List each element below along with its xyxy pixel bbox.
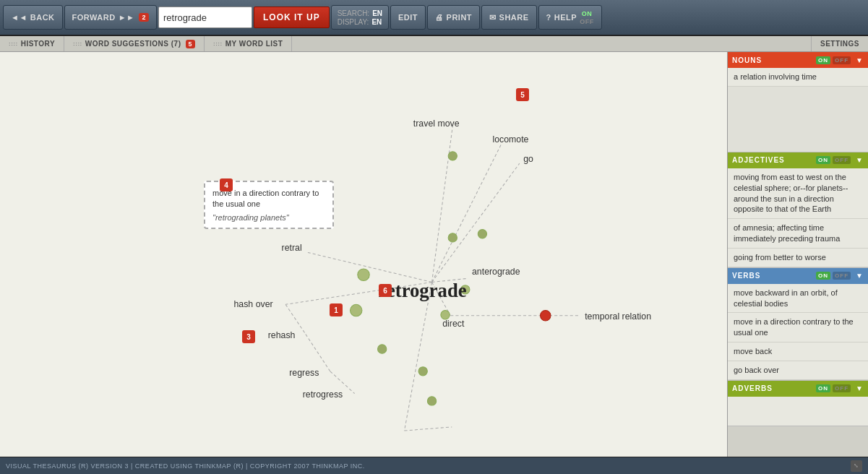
adjectives-toggle[interactable]: ON OFF ▼ — [816, 156, 864, 164]
main-area: travel move locomote go anterograde dire… — [0, 52, 868, 457]
node-retrogress[interactable]: retrogress — [303, 389, 343, 400]
adjectives-section: ADJECTIVES ON OFF ▼ moving from east to … — [728, 152, 868, 268]
edit-label: EDIT — [398, 13, 418, 22]
svg-point-15 — [448, 233, 457, 242]
print-button[interactable]: 🖨 PRINT — [427, 5, 480, 30]
nouns-off[interactable]: OFF — [833, 56, 851, 64]
help-label: HELP — [554, 13, 577, 22]
share-button[interactable]: ✉ SHARE — [481, 5, 537, 30]
lookit-button[interactable]: LOOK IT UP — [254, 7, 330, 28]
node-temporal-relation[interactable]: temporal relation — [585, 311, 651, 322]
svg-line-2 — [432, 163, 520, 282]
svg-point-16 — [378, 345, 387, 353]
svg-point-13 — [448, 152, 457, 160]
adj-item-0[interactable]: moving from east to west on the celestia… — [728, 168, 868, 219]
node-rehash[interactable]: rehash — [268, 330, 296, 340]
adverbs-off[interactable]: OFF — [833, 384, 851, 392]
badge-5: 5 — [516, 88, 529, 101]
verbs-header[interactable]: VERBS ON OFF ▼ — [728, 268, 868, 284]
settings-tab[interactable]: SETTINGS — [811, 36, 868, 51]
forward-badge: 2 — [139, 13, 149, 22]
verbs-on[interactable]: ON — [816, 272, 830, 280]
right-panel: NOUNS ON OFF ▼ a relation involving time… — [727, 52, 868, 457]
footer-expand-icon[interactable]: ⤡ — [851, 460, 862, 472]
node-locomote[interactable]: locomote — [492, 134, 528, 145]
adjectives-off[interactable]: OFF — [833, 156, 851, 164]
my-word-list-dots-icon: :::: — [213, 40, 223, 47]
verb-item-2[interactable]: move back — [728, 342, 868, 361]
back-button[interactable]: ◄◄ BACK — [3, 5, 63, 30]
back-label: BACK — [30, 13, 55, 22]
nav-bar: :::: HISTORY :::: WORD SUGGESTIONS (7) 5… — [0, 36, 868, 52]
adverbs-on[interactable]: ON — [816, 384, 830, 392]
canvas-area[interactable]: travel move locomote go anterograde dire… — [0, 52, 727, 457]
adverbs-header[interactable]: ADVERBS ON OFF ▼ — [728, 381, 868, 397]
adjectives-header[interactable]: ADJECTIVES ON OFF ▼ — [728, 152, 868, 168]
node-direct[interactable]: direct — [442, 319, 465, 329]
node-travel-move[interactable]: travel move — [413, 118, 460, 129]
svg-point-20 — [351, 304, 362, 316]
svg-line-11 — [405, 283, 432, 431]
nouns-on[interactable]: ON — [816, 56, 830, 64]
adjectives-title: ADJECTIVES — [732, 156, 816, 164]
svg-line-6 — [308, 252, 432, 282]
footer-text: VISUAL THESAURUS (R) VERSION 3 | CREATED… — [6, 462, 365, 470]
badge-4: 4 — [220, 178, 233, 191]
search-container: LOOK IT UP — [158, 7, 330, 28]
adjectives-on[interactable]: ON — [816, 156, 830, 164]
verbs-scroll-icon: ▼ — [856, 272, 864, 280]
svg-point-14 — [478, 230, 486, 238]
print-label: PRINT — [447, 13, 473, 22]
search-input[interactable] — [158, 7, 252, 28]
adj-item-2[interactable]: going from better to worse — [728, 249, 868, 267]
search-display: SEARCH: EN DISPLAY: EN — [331, 5, 389, 30]
svg-point-17 — [418, 367, 427, 376]
node-regress[interactable]: regress — [289, 368, 319, 378]
nouns-toggle[interactable]: ON OFF ▼ — [816, 56, 864, 64]
verbs-content: move backward in an orbit, of celestial … — [728, 284, 868, 380]
node-retral[interactable]: retral — [282, 243, 302, 253]
badge-3: 3 — [242, 330, 255, 343]
verb-item-0[interactable]: move backward in an orbit, of celestial … — [728, 284, 868, 314]
svg-point-22 — [441, 311, 450, 319]
edit-button[interactable]: EDIT — [390, 5, 426, 30]
adverbs-section: ADVERBS ON OFF ▼ — [728, 381, 868, 426]
share-label: SHARE — [499, 13, 529, 22]
history-tab-label: HISTORY — [21, 40, 55, 48]
svg-point-19 — [358, 269, 369, 280]
svg-point-18 — [427, 397, 436, 405]
forward-button[interactable]: FORWARD ►► 2 — [64, 5, 157, 30]
nouns-scroll-icon: ▼ — [856, 56, 864, 64]
svg-line-9 — [306, 334, 330, 371]
my-word-list-tab[interactable]: :::: MY WORD LIST — [205, 36, 292, 51]
adj-item-1[interactable]: of amnesia; affecting time immediately p… — [728, 219, 868, 249]
help-button[interactable]: ? HELP ON OFF — [538, 5, 602, 30]
word-suggestions-tab[interactable]: :::: WORD SUGGESTIONS (7) 5 — [64, 36, 205, 51]
verbs-off[interactable]: OFF — [833, 272, 851, 280]
verb-item-3[interactable]: go back over — [728, 361, 868, 380]
forward-label: FORWARD — [72, 13, 116, 22]
svg-line-1 — [432, 145, 502, 282]
word-suggestions-label: WORD SUGGESTIONS (7) — [85, 40, 181, 48]
adverbs-title: ADVERBS — [732, 384, 816, 392]
nouns-title: NOUNS — [732, 56, 816, 64]
adverbs-toggle[interactable]: ON OFF ▼ — [816, 384, 864, 392]
toolbar: ◄◄ BACK FORWARD ►► 2 LOOK IT UP SEARCH: … — [0, 0, 868, 36]
nouns-header[interactable]: NOUNS ON OFF ▼ — [728, 52, 868, 68]
on-label: ON — [580, 10, 594, 17]
suggestions-badge: 5 — [186, 40, 196, 48]
badge-1: 1 — [330, 303, 343, 316]
verb-item-1[interactable]: move in a direction contrary to the usua… — [728, 313, 868, 342]
node-hash-over[interactable]: hash over — [234, 299, 273, 309]
history-tab[interactable]: :::: HISTORY — [0, 36, 64, 51]
nouns-content: a relation involving time — [728, 68, 868, 152]
adverbs-content — [728, 397, 868, 426]
node-go[interactable]: go — [523, 154, 533, 164]
node-anterograde[interactable]: anterograde — [472, 267, 520, 277]
search-lang-value: EN — [372, 9, 382, 17]
display-lang-value: EN — [371, 18, 382, 26]
verbs-toggle[interactable]: ON OFF ▼ — [816, 272, 864, 280]
nouns-item-0[interactable]: a relation involving time — [728, 68, 868, 87]
adjectives-scroll-icon: ▼ — [856, 156, 864, 164]
footer: VISUAL THESAURUS (R) VERSION 3 | CREATED… — [0, 457, 868, 474]
